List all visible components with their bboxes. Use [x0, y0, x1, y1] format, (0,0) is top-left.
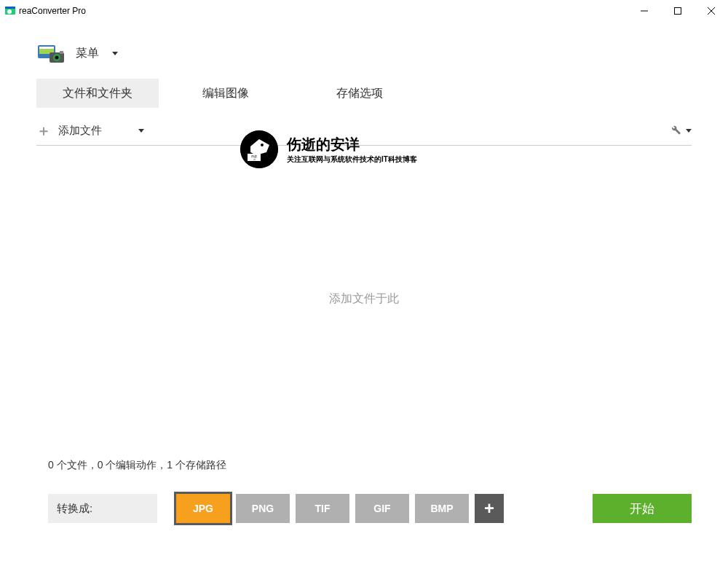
format-label: GIF [373, 503, 390, 514]
tab-row: 文件和文件夹 编辑图像 存储选项 [0, 79, 728, 108]
add-files-button[interactable]: ＋ 添加文件 [36, 121, 173, 141]
svg-point-15 [261, 144, 264, 146]
format-label: TIF [315, 503, 331, 514]
window-title: reaConverter Pro [19, 6, 86, 16]
title-bar: reaConverter Pro [0, 0, 728, 22]
tab-save-options[interactable]: 存储选项 [293, 79, 427, 108]
watermark-text: 伤逝的安详 关注互联网与系统软件技术的IT科技博客 [287, 135, 417, 165]
convert-to-label-text: 转换成: [57, 502, 92, 516]
format-button-gif[interactable]: GIF [355, 494, 409, 523]
tab-label: 文件和文件夹 [63, 86, 132, 101]
plus-icon: ＋ [36, 121, 51, 141]
svg-rect-9 [39, 47, 54, 49]
watermark-subtitle: 关注互联网与系统软件技术的IT科技博客 [287, 154, 417, 165]
menu-label-text: 菜单 [76, 46, 99, 61]
chevron-down-icon [138, 129, 144, 133]
watermark-logo-icon: 伤逝 の [240, 130, 278, 168]
add-format-button[interactable]: + [475, 494, 504, 523]
format-label: JPG [193, 503, 213, 514]
svg-rect-13 [60, 51, 63, 54]
maximize-button[interactable] [661, 0, 695, 22]
chevron-down-icon [686, 129, 692, 133]
bottom-bar: 转换成: JPG PNG TIF GIF BMP + 开始 [0, 494, 728, 523]
svg-point-12 [55, 56, 59, 60]
convert-to-label: 转换成: [48, 494, 157, 523]
file-drop-area[interactable]: 添加文件于此 [0, 146, 728, 452]
start-button[interactable]: 开始 [593, 494, 692, 523]
tab-label: 编辑图像 [202, 86, 249, 101]
status-text: 0 个文件，0 个编辑动作，1 个存储路径 [0, 452, 728, 494]
wrench-icon [668, 122, 681, 138]
format-button-jpg[interactable]: JPG [176, 494, 230, 523]
settings-button[interactable] [668, 122, 692, 138]
chevron-down-icon [112, 52, 118, 55]
app-icon [4, 5, 16, 17]
drop-hint-text: 添加文件于此 [329, 291, 399, 307]
svg-rect-1 [5, 7, 15, 9]
menu-icon [36, 42, 66, 64]
menu-bar: 菜单 [0, 22, 728, 79]
close-button[interactable] [695, 0, 728, 22]
svg-rect-4 [675, 8, 681, 15]
watermark-overlay: 伤逝 の 伤逝的安详 关注互联网与系统软件技术的IT科技博客 [240, 130, 417, 168]
format-label: PNG [252, 503, 274, 514]
format-button-tif[interactable]: TIF [296, 494, 349, 523]
minimize-button[interactable] [628, 0, 661, 22]
add-files-label: 添加文件 [58, 124, 102, 138]
title-bar-left: reaConverter Pro [4, 5, 86, 17]
tab-label: 存储选项 [336, 86, 383, 101]
menu-button[interactable]: 菜单 [76, 46, 118, 61]
tab-files-and-folders[interactable]: 文件和文件夹 [36, 79, 159, 108]
format-label: BMP [430, 503, 453, 514]
svg-text:の: の [253, 158, 256, 161]
tab-edit-image[interactable]: 编辑图像 [159, 79, 293, 108]
format-button-bmp[interactable]: BMP [415, 494, 469, 523]
watermark-title: 伤逝的安详 [287, 135, 417, 154]
format-button-png[interactable]: PNG [236, 494, 290, 523]
window-controls [628, 0, 728, 22]
start-button-label: 开始 [630, 500, 654, 517]
plus-icon: + [484, 498, 494, 519]
svg-point-2 [7, 9, 12, 14]
